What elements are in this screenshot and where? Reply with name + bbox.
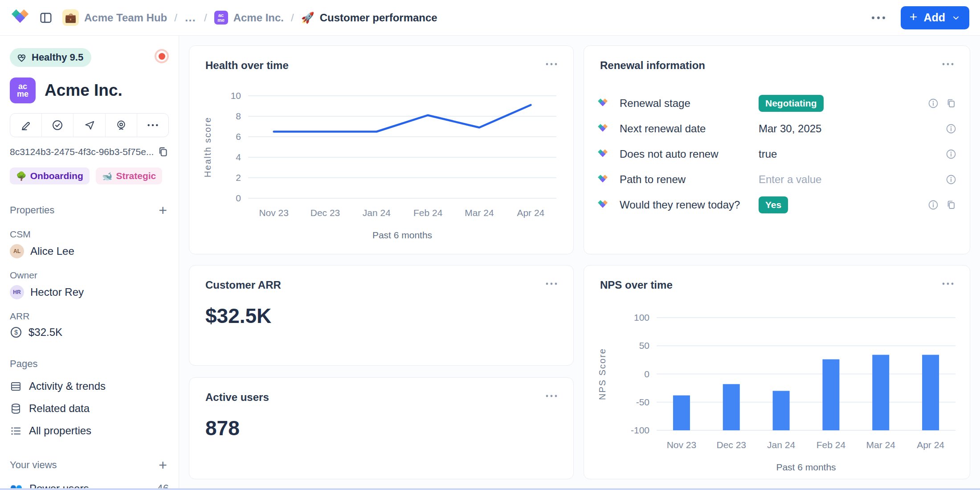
info-icon[interactable] xyxy=(946,174,956,185)
attribute-label: Would they renew today? xyxy=(620,199,759,211)
dashboard-main: Health over time 0246810Health scoreNov … xyxy=(179,36,980,490)
renewal-row-stage: Renewal stage Negotiating xyxy=(597,90,959,116)
breadcrumb-company[interactable]: acme Acme Inc. xyxy=(214,11,284,24)
properties-header: Properties xyxy=(10,204,54,216)
attribute-value[interactable]: Mar 30, 2025 xyxy=(759,122,946,135)
topbar: 💼 Acme Team Hub / … / acme Acme Inc. / 🚀… xyxy=(0,0,980,36)
breadcrumb: 💼 Acme Team Hub / … / acme Acme Inc. / 🚀… xyxy=(62,9,859,26)
attribute-label: Next renewal date xyxy=(620,122,759,135)
breadcrumb-current-page[interactable]: 🚀 Customer performance xyxy=(301,12,437,24)
pencil-icon xyxy=(20,119,32,131)
info-icon[interactable] xyxy=(928,98,939,109)
copy-id-button[interactable] xyxy=(157,146,169,158)
copy-icon[interactable] xyxy=(946,98,956,109)
property-value-arr[interactable]: $ $32.5K xyxy=(10,326,169,339)
page-item-all-properties[interactable]: All properties xyxy=(10,420,169,442)
page-item-related-data[interactable]: Related data xyxy=(10,397,169,420)
card-menu-icon[interactable] xyxy=(939,277,957,290)
pages-header: Pages xyxy=(10,358,37,370)
topbar-more-icon[interactable] xyxy=(868,12,889,23)
svg-text:0: 0 xyxy=(236,193,241,203)
svg-text:Mar 24: Mar 24 xyxy=(866,440,896,450)
property-csm: CSM AL Alice Lee xyxy=(10,229,169,258)
property-value-csm[interactable]: AL Alice Lee xyxy=(10,244,169,258)
info-icon[interactable] xyxy=(928,200,939,210)
add-view-button[interactable]: + xyxy=(157,458,169,472)
list-icon xyxy=(10,425,22,437)
record-dot-icon xyxy=(159,53,165,60)
svg-text:-100: -100 xyxy=(631,425,649,435)
card-menu-icon[interactable] xyxy=(542,389,561,403)
health-over-time-card: Health over time 0246810Health scoreNov … xyxy=(189,45,574,254)
card-title: Health over time xyxy=(205,59,289,72)
info-icon[interactable] xyxy=(946,123,956,134)
info-icon[interactable] xyxy=(946,149,956,159)
health-score-badge[interactable]: Healthy 9.5 xyxy=(10,48,91,67)
renewal-stage-badge[interactable]: Negotiating xyxy=(759,95,824,112)
svg-text:0: 0 xyxy=(644,369,649,379)
your-views-header: Your views xyxy=(10,459,57,471)
avatar: AL xyxy=(10,244,24,258)
avatar: HR xyxy=(10,285,24,299)
breadcrumb-ellipsis[interactable]: … xyxy=(184,11,197,24)
property-label: Owner xyxy=(10,270,169,281)
svg-text:NPS Score: NPS Score xyxy=(597,348,607,400)
renewal-row-next-date: Next renewal date Mar 30, 2025 xyxy=(597,116,959,141)
card-title: Customer ARR xyxy=(205,279,281,291)
page-item-activity-trends[interactable]: Activity & trends xyxy=(10,375,169,397)
add-button[interactable]: + Add xyxy=(901,6,969,29)
svg-text:6: 6 xyxy=(236,131,241,142)
tag-onboarding[interactable]: 🌳 Onboarding xyxy=(10,167,90,184)
card-menu-icon[interactable] xyxy=(542,277,561,290)
svg-text:Mar 24: Mar 24 xyxy=(465,208,494,218)
attribute-diamond-icon xyxy=(597,98,608,109)
dollar-circle-icon: $ xyxy=(10,326,22,339)
record-button[interactable] xyxy=(155,49,169,63)
renewal-row-renew-today: Would they renew today? Yes xyxy=(597,192,959,217)
copy-icon xyxy=(157,146,169,158)
svg-text:100: 100 xyxy=(634,312,649,323)
whale-icon: 🐋 xyxy=(102,171,113,181)
svg-text:4: 4 xyxy=(236,152,241,162)
add-property-button[interactable]: + xyxy=(157,203,169,217)
breadcrumb-separator: / xyxy=(204,12,207,24)
nps-chart: -100-50050100NPS ScoreNov 23Dec 23Jan 24… xyxy=(593,297,961,472)
scrollbar[interactable] xyxy=(0,488,980,490)
record-id: 8c3124b3-2475-4f3c-96b3-5f75e... xyxy=(10,147,154,157)
card-menu-icon[interactable] xyxy=(939,57,957,71)
send-email-button[interactable] xyxy=(74,114,105,137)
svg-text:Apr 24: Apr 24 xyxy=(917,440,944,450)
svg-text:Past 6 months: Past 6 months xyxy=(776,462,836,472)
rows-icon xyxy=(10,380,22,392)
svg-text:Nov 23: Nov 23 xyxy=(667,440,697,450)
breadcrumb-team-hub[interactable]: 💼 Acme Team Hub xyxy=(62,9,167,26)
attribute-diamond-icon xyxy=(597,174,608,185)
nps-over-time-card: NPS over time -100-50050100NPS ScoreNov … xyxy=(584,265,970,479)
create-task-button[interactable] xyxy=(42,114,74,137)
card-title: Active users xyxy=(205,391,269,404)
svg-text:Jan 24: Jan 24 xyxy=(767,440,795,450)
sidebar-toggle-icon[interactable] xyxy=(38,10,53,25)
property-value-owner[interactable]: HR Hector Rey xyxy=(10,285,169,299)
renew-today-badge[interactable]: Yes xyxy=(759,196,788,213)
property-arr: ARR $ $32.5K xyxy=(10,311,169,339)
compose-note-button[interactable] xyxy=(10,114,42,137)
meeting-button[interactable] xyxy=(106,114,137,137)
property-owner: Owner HR Hector Rey xyxy=(10,270,169,299)
attribute-value-placeholder[interactable]: Enter a value xyxy=(759,173,946,186)
arr-value: $32.5K xyxy=(205,304,271,328)
copy-icon[interactable] xyxy=(946,200,956,210)
attribute-value[interactable]: true xyxy=(759,148,946,160)
app-logo-icon[interactable] xyxy=(11,8,29,27)
breadcrumb-separator: / xyxy=(174,12,177,24)
tag-strategic[interactable]: 🐋 Strategic xyxy=(96,167,163,184)
svg-text:Jan 24: Jan 24 xyxy=(363,208,391,218)
svg-text:Feb 24: Feb 24 xyxy=(817,440,846,450)
svg-text:Nov 23: Nov 23 xyxy=(259,208,289,218)
more-actions-button[interactable] xyxy=(137,114,168,137)
webcam-icon xyxy=(115,119,127,131)
card-menu-icon[interactable] xyxy=(542,57,561,71)
svg-text:Health score: Health score xyxy=(203,117,212,177)
attribute-label: Path to renew xyxy=(620,173,759,186)
heart-pulse-icon xyxy=(16,52,27,63)
